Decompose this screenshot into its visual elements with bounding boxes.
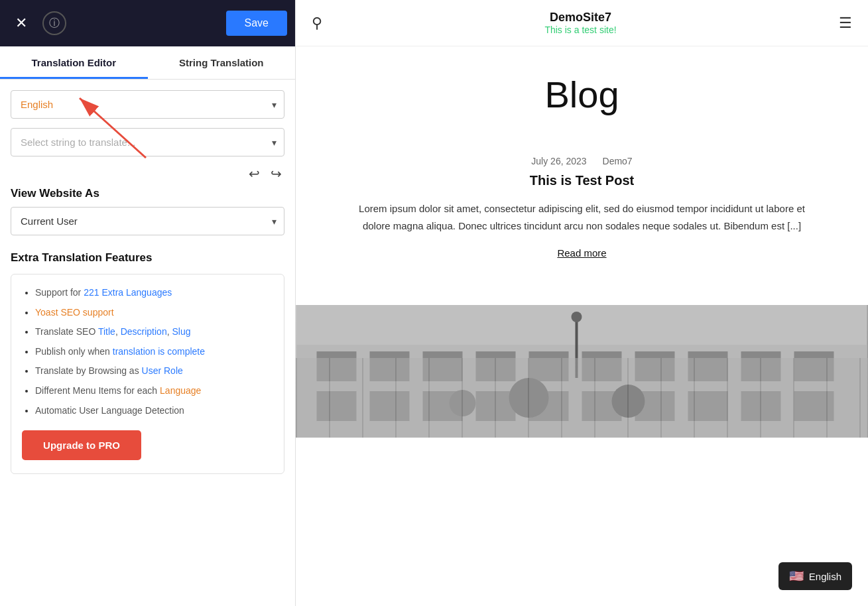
svg-rect-11	[688, 351, 728, 381]
extra-features-section: Extra Translation Features Support for 2…	[11, 251, 284, 474]
view-as-label: View Website As	[11, 187, 284, 200]
panel-content: English ▾ Select string to translate... …	[0, 80, 295, 606]
svg-rect-12	[741, 351, 781, 381]
nav-arrows: ↩ ↪	[11, 166, 284, 182]
features-list: Support for 221 Extra Languages Yoast SE…	[22, 286, 273, 417]
list-item: Translate SEO Title, Description, Slug	[35, 326, 273, 339]
search-icon[interactable]: ⚲	[312, 15, 322, 31]
close-button[interactable]: ✕	[8, 10, 34, 36]
flag-icon: 🇺🇸	[789, 569, 804, 583]
list-item: Yoast SEO support	[35, 306, 273, 320]
read-more-link[interactable]: Read more	[557, 247, 606, 259]
tabs: Translation Editor String Translation	[0, 46, 295, 80]
post-title: This is Test Post	[349, 173, 815, 188]
svg-rect-8	[529, 351, 569, 381]
feature-text: Publish only when	[35, 346, 113, 357]
feature-highlight: Title	[98, 326, 115, 337]
info-button[interactable]: ⓘ	[42, 11, 66, 35]
feature-text: Automatic User Language Detection	[35, 405, 184, 416]
list-item: Publish only when translation is complet…	[35, 345, 273, 359]
language-select-wrapper: English ▾	[11, 90, 284, 119]
extra-features-title: Extra Translation Features	[11, 251, 284, 265]
view-as-select-wrapper: Current User ▾	[11, 207, 284, 235]
left-panel: ✕ ⓘ Save Translation Editor String Trans…	[0, 0, 296, 606]
feature-text: Translate by Browsing as	[35, 365, 142, 376]
svg-rect-3	[297, 345, 867, 438]
post-date: July 26, 2023	[531, 156, 586, 166]
site-name: DemoSite7	[544, 11, 616, 25]
building-svg	[296, 305, 868, 438]
view-website-section: View Website As Current User ▾	[11, 187, 284, 235]
post-meta: July 26, 2023 Demo7	[349, 156, 815, 166]
toolbar: ✕ ⓘ Save	[0, 0, 295, 46]
svg-rect-14	[317, 391, 357, 421]
feature-highlight: User Role	[142, 365, 183, 376]
site-header: ⚲ DemoSite7 This is a test site! ☰	[296, 0, 868, 46]
feature-text: Translate SEO	[35, 326, 98, 337]
svg-rect-7	[476, 351, 516, 381]
feature-text: Support for	[35, 287, 84, 298]
svg-rect-18	[529, 391, 569, 421]
site-tagline: This is a test site!	[544, 25, 616, 35]
svg-point-28	[450, 390, 476, 416]
right-panel: ⚲ DemoSite7 This is a test site! ☰ Blog …	[296, 0, 868, 606]
svg-rect-24	[576, 318, 578, 378]
feature-highlight: Language	[160, 385, 201, 396]
lang-label: English	[809, 571, 841, 582]
svg-rect-6	[423, 351, 463, 381]
string-select[interactable]: Select string to translate...	[11, 128, 284, 156]
svg-point-25	[572, 312, 582, 322]
site-title-area: DemoSite7 This is a test site!	[544, 11, 616, 35]
feature-text: Different Menu Items for each	[35, 385, 160, 396]
view-as-select[interactable]: Current User	[11, 207, 284, 235]
svg-rect-4	[317, 351, 357, 381]
list-item: Translate by Browsing as User Role	[35, 365, 273, 378]
svg-rect-10	[635, 351, 675, 381]
svg-rect-17	[476, 391, 516, 421]
building-image	[296, 305, 868, 438]
svg-rect-20	[635, 391, 675, 421]
svg-rect-5	[370, 351, 410, 381]
svg-point-27	[612, 385, 645, 418]
list-item: Different Menu Items for each Language	[35, 385, 273, 398]
svg-rect-22	[741, 391, 781, 421]
list-item: Automatic User Language Detection	[35, 404, 273, 418]
back-arrow-button[interactable]: ↩	[249, 166, 260, 182]
blog-content: Blog July 26, 2023 Demo7 This is Test Po…	[296, 46, 868, 305]
tab-translation-editor[interactable]: Translation Editor	[0, 46, 148, 79]
string-select-wrapper: Select string to translate... ▾	[11, 128, 284, 156]
language-switcher[interactable]: 🇺🇸 English	[778, 562, 852, 590]
feature-highlight: 221 Extra Languages	[84, 287, 172, 298]
features-box: Support for 221 Extra Languages Yoast SE…	[11, 274, 284, 474]
search-icon-wrap: ⚲	[312, 15, 322, 32]
language-select[interactable]: English	[11, 90, 284, 119]
list-item: Support for 221 Extra Languages	[35, 286, 273, 300]
svg-rect-23	[794, 391, 834, 421]
svg-rect-16	[423, 391, 463, 421]
post-author: Demo7	[603, 156, 633, 166]
blog-page-title: Blog	[349, 73, 815, 116]
svg-rect-9	[582, 351, 622, 381]
save-button[interactable]: Save	[226, 11, 287, 36]
svg-rect-21	[688, 391, 728, 421]
feature-highlight: translation is complete	[113, 346, 205, 357]
svg-rect-2	[297, 305, 867, 438]
feature-text: Yoast SEO support	[35, 307, 114, 318]
svg-rect-19	[582, 391, 622, 421]
svg-rect-15	[370, 391, 410, 421]
upgrade-button[interactable]: Upgrade to PRO	[22, 430, 141, 460]
forward-arrow-button[interactable]: ↪	[271, 166, 282, 182]
hamburger-menu-icon[interactable]: ☰	[839, 15, 852, 32]
svg-point-26	[509, 378, 549, 418]
post-excerpt: Lorem ipsum dolor sit amet, consectetur …	[350, 200, 814, 234]
tab-string-translation[interactable]: String Translation	[148, 46, 296, 79]
svg-rect-13	[794, 351, 834, 381]
